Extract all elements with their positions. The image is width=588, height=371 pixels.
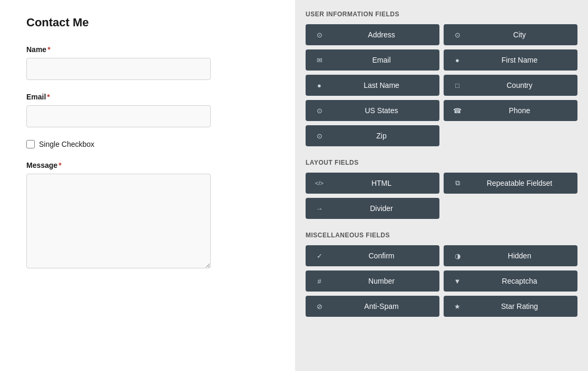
left-panel: Contact Me Name* Email* Single Checkbox … (0, 0, 295, 371)
zip-label: Zip (332, 132, 431, 140)
right-panel: USER INFORMATION FIELDS ⊙ Address ⊙ City… (295, 0, 588, 371)
first-name-icon: ● (452, 56, 463, 64)
confirm-button[interactable]: ✓ Confirm (306, 245, 439, 266)
email-user-label: Email (332, 56, 431, 64)
city-button[interactable]: ⊙ City (444, 24, 577, 45)
zip-button[interactable]: ⊙ Zip (306, 125, 439, 146)
checkbox-group: Single Checkbox (26, 140, 269, 148)
email-label: Email* (26, 93, 269, 101)
layout-section-title: LAYOUT FIELDS (306, 159, 577, 166)
address-icon: ⊙ (314, 31, 325, 39)
anti-spam-button[interactable]: ⊘ Anti-Spam (306, 296, 439, 317)
repeatable-fieldset-icon: ⧉ (452, 179, 463, 187)
hidden-icon: ◑ (452, 252, 463, 260)
first-name-label: First Name (470, 56, 569, 64)
divider-button[interactable]: → Divider (306, 198, 439, 219)
city-icon: ⊙ (452, 31, 463, 39)
number-button[interactable]: # Number (306, 270, 439, 292)
star-rating-button[interactable]: ★ Star Rating (444, 296, 577, 317)
us-states-button[interactable]: ⊙ US States (306, 100, 439, 121)
miscellaneous-section: MISCELLANEOUS FIELDS ✓ Confirm ◑ Hidden … (306, 232, 577, 317)
layout-section: LAYOUT FIELDS </> HTML ⧉ Repeatable Fiel… (306, 159, 577, 219)
email-field-group: Email* (26, 93, 269, 127)
divider-label: Divider (332, 204, 431, 213)
confirm-icon: ✓ (314, 252, 325, 260)
message-field-group: Message* (26, 161, 269, 270)
recaptcha-button[interactable]: ▼ Recaptcha (444, 270, 577, 292)
star-rating-icon: ★ (452, 303, 463, 310)
layout-grid: </> HTML ⧉ Repeatable Fieldset → Divider (306, 173, 577, 219)
divider-icon: → (314, 205, 325, 213)
name-field-group: Name* (26, 45, 269, 80)
us-states-label: US States (332, 106, 431, 115)
html-button[interactable]: </> HTML (306, 173, 439, 194)
anti-spam-icon: ⊘ (314, 303, 325, 310)
checkbox-label: Single Checkbox (39, 140, 94, 148)
user-info-grid: ⊙ Address ⊙ City ✉ Email ● First Name ● … (306, 24, 577, 146)
repeatable-fieldset-button[interactable]: ⧉ Repeatable Fieldset (444, 173, 577, 194)
email-icon: ✉ (314, 56, 325, 64)
anti-spam-label: Anti-Spam (332, 302, 431, 310)
email-user-button[interactable]: ✉ Email (306, 49, 439, 71)
last-name-label: Last Name (332, 81, 431, 89)
single-checkbox[interactable] (26, 140, 35, 148)
country-label: Country (470, 81, 569, 89)
name-label: Name* (26, 45, 269, 54)
misc-section-title: MISCELLANEOUS FIELDS (306, 232, 577, 239)
email-input[interactable] (26, 105, 211, 127)
last-name-icon: ● (314, 82, 325, 89)
misc-grid: ✓ Confirm ◑ Hidden # Number ▼ Recaptcha … (306, 245, 577, 317)
country-icon: □ (452, 82, 463, 89)
user-info-section-title: USER INFORMATION FIELDS (306, 11, 577, 18)
hidden-label: Hidden (470, 252, 569, 260)
phone-icon: ☎ (452, 107, 463, 115)
number-icon: # (314, 277, 325, 285)
country-button[interactable]: □ Country (444, 75, 577, 96)
address-button[interactable]: ⊙ Address (306, 24, 439, 45)
repeatable-fieldset-label: Repeatable Fieldset (470, 179, 569, 187)
phone-button[interactable]: ☎ Phone (444, 100, 577, 121)
recaptcha-label: Recaptcha (470, 277, 569, 285)
star-rating-label: Star Rating (470, 302, 569, 310)
html-icon: </> (314, 180, 325, 186)
address-label: Address (332, 31, 431, 39)
number-label: Number (332, 277, 431, 285)
city-label: City (470, 31, 569, 39)
message-textarea[interactable] (26, 174, 211, 268)
zip-icon: ⊙ (314, 132, 325, 140)
recaptcha-icon: ▼ (452, 277, 463, 285)
last-name-button[interactable]: ● Last Name (306, 75, 439, 96)
html-label: HTML (332, 179, 431, 187)
message-label: Message* (26, 161, 269, 169)
phone-label: Phone (470, 106, 569, 115)
form-title: Contact Me (26, 16, 269, 29)
name-input[interactable] (26, 58, 211, 80)
hidden-button[interactable]: ◑ Hidden (444, 245, 577, 266)
user-information-section: USER INFORMATION FIELDS ⊙ Address ⊙ City… (306, 11, 577, 146)
first-name-button[interactable]: ● First Name (444, 49, 577, 71)
confirm-label: Confirm (332, 252, 431, 260)
us-states-icon: ⊙ (314, 107, 325, 115)
